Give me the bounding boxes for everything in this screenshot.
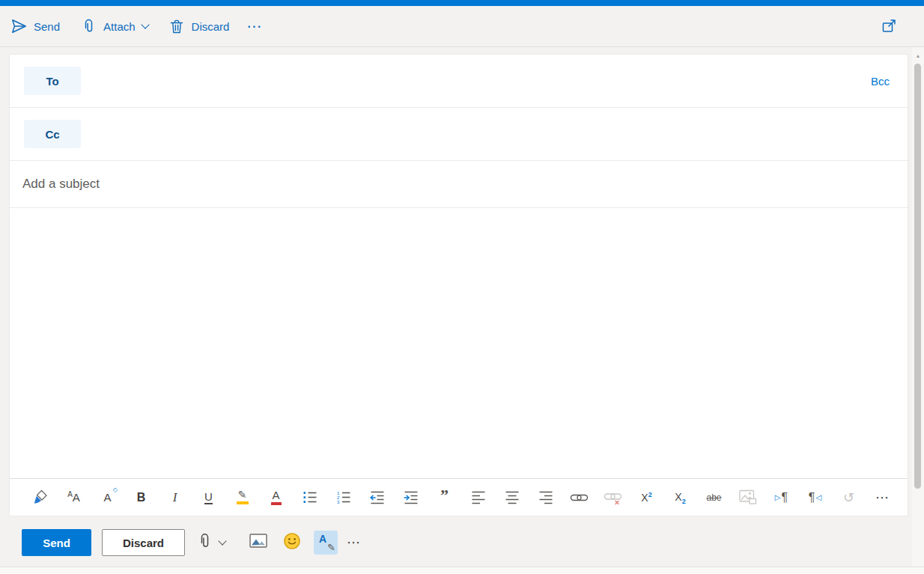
format-painter-icon[interactable] — [23, 479, 57, 516]
font-size-mark: ◇ — [113, 486, 118, 493]
align-left-icon[interactable] — [461, 479, 495, 516]
insert-emoji-button[interactable] — [283, 526, 301, 559]
insert-picture-icon[interactable] — [731, 479, 765, 516]
send-button[interactable]: Send — [22, 529, 91, 556]
font-color-icon[interactable]: A — [259, 479, 293, 516]
vertical-scrollbar[interactable]: ▲ — [912, 47, 924, 567]
discard-command-label: Discard — [192, 20, 230, 33]
paperclip-icon — [196, 532, 213, 553]
draw-accessibility-button[interactable]: A ✎ — [314, 531, 338, 555]
chevron-down-icon[interactable] — [218, 537, 226, 545]
subject-row — [10, 161, 908, 208]
cc-button[interactable]: Cc — [24, 120, 81, 148]
numbered-list-icon[interactable]: 123 — [326, 479, 360, 516]
send-command-label: Send — [34, 20, 60, 33]
remove-link-icon[interactable] — [596, 479, 630, 516]
font-color-bar — [271, 502, 282, 505]
formatting-toolbar: AA A ◇ B I U ✎ A 123 — [10, 478, 908, 516]
subscript-icon[interactable]: X2 — [663, 479, 697, 516]
decrease-indent-icon[interactable] — [360, 479, 394, 516]
subject-input[interactable] — [10, 177, 908, 192]
more-commands-icon[interactable]: ⋯ — [246, 17, 263, 35]
to-row: To Bcc — [10, 55, 908, 108]
pen-letter: A — [319, 533, 326, 545]
chevron-down-icon — [141, 20, 149, 28]
discard-command[interactable]: Discard — [168, 18, 230, 34]
attach-file-button[interactable] — [196, 526, 225, 559]
font-name-icon[interactable]: AA — [57, 479, 91, 516]
open-in-new-window-icon[interactable] — [881, 18, 897, 34]
smiley-icon — [283, 532, 301, 553]
cc-row: Cc — [10, 108, 908, 161]
insert-pictures-inline-button[interactable] — [249, 526, 267, 559]
cc-recipients-input[interactable] — [81, 108, 908, 160]
bcc-toggle-link[interactable]: Bcc — [871, 75, 890, 88]
bottom-action-bar: Send Discard A ✎ ⋯ — [0, 516, 924, 567]
font-name-glyph: AA — [67, 490, 80, 504]
superscript-glyph: X2 — [641, 491, 651, 504]
discard-button[interactable]: Discard — [102, 529, 185, 556]
quote-icon[interactable]: ” — [428, 479, 461, 516]
send-command[interactable]: Send — [10, 18, 60, 34]
to-button[interactable]: To — [24, 67, 81, 95]
compose-panel: To Bcc Cc AA A ◇ B I U — [9, 54, 908, 516]
align-right-icon[interactable] — [529, 479, 562, 516]
trash-icon — [168, 18, 185, 34]
to-recipients-input[interactable] — [81, 55, 871, 107]
increase-indent-icon[interactable] — [394, 479, 428, 516]
highlight-color-icon[interactable]: ✎ — [225, 479, 259, 516]
font-size-icon[interactable]: A ◇ — [91, 479, 124, 516]
bold-icon[interactable]: B — [124, 479, 158, 516]
highlight-color-bar — [237, 501, 249, 504]
bulleted-list-icon[interactable] — [293, 479, 326, 516]
align-center-icon[interactable] — [495, 479, 529, 516]
scroll-up-arrow[interactable]: ▲ — [912, 53, 924, 58]
attach-command-label: Attach — [103, 20, 136, 33]
message-body[interactable] — [10, 208, 908, 478]
right-to-left-glyph: ¶◁ — [809, 491, 821, 504]
window-accent-strip — [0, 0, 924, 6]
to-button-label: To — [46, 75, 58, 88]
left-to-right-glyph: ▷¶ — [775, 491, 788, 504]
superscript-icon[interactable]: X2 — [630, 479, 663, 516]
undo-icon[interactable]: ↺ — [832, 479, 866, 516]
subscript-glyph: X2 — [675, 490, 685, 505]
send-icon — [10, 18, 27, 34]
left-to-right-icon[interactable]: ▷¶ — [765, 479, 798, 516]
italic-icon[interactable]: I — [158, 479, 192, 516]
image-icon — [249, 534, 267, 552]
more-formatting-icon[interactable]: ⋯ — [866, 479, 899, 516]
svg-text:3: 3 — [337, 499, 340, 504]
more-actions-icon[interactable]: ⋯ — [347, 526, 362, 559]
strikethrough-icon[interactable]: abe — [697, 479, 731, 516]
pencil-icon: ✎ — [327, 542, 335, 553]
paperclip-icon — [80, 18, 97, 34]
attach-command[interactable]: Attach — [80, 18, 148, 34]
window-bottom-strip — [0, 567, 924, 574]
scrollbar-thumb[interactable] — [914, 64, 921, 489]
compose-top-toolbar: Send Attach Discard ⋯ — [0, 6, 924, 47]
insert-link-icon[interactable] — [562, 479, 596, 516]
right-to-left-icon[interactable]: ¶◁ — [798, 479, 832, 516]
cc-button-label: Cc — [45, 128, 59, 141]
underline-icon[interactable]: U — [192, 479, 225, 516]
